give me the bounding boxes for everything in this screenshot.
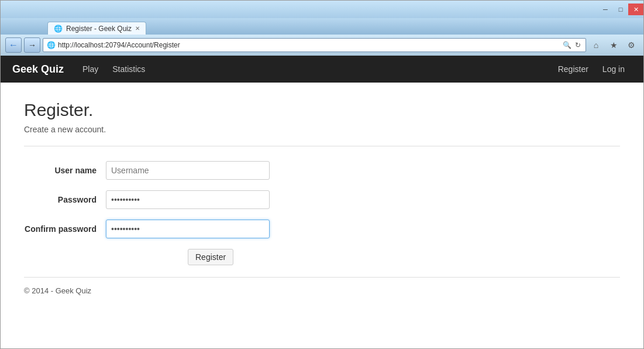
password-input[interactable] xyxy=(106,190,270,209)
home-button[interactable]: ⌂ xyxy=(588,38,604,52)
settings-button[interactable]: ⚙ xyxy=(624,38,639,52)
nav-link-play[interactable]: Play xyxy=(75,56,105,83)
footer-text: © 2014 - Geek Quiz xyxy=(24,286,620,295)
tab-title: Register - Geek Quiz xyxy=(66,25,132,33)
tab-icon: 🌐 xyxy=(54,25,63,33)
submit-row: Register xyxy=(24,249,375,265)
register-button-container: Register xyxy=(106,249,233,265)
close-button[interactable]: ✕ xyxy=(628,4,643,15)
app-navbar: Geek Quiz Play Statistics Register Log i… xyxy=(1,56,643,83)
nav-link-register[interactable]: Register xyxy=(551,56,595,83)
address-field[interactable]: 🌐 http://localhost:20794/Account/Registe… xyxy=(43,38,586,52)
back-button[interactable]: ← xyxy=(5,37,22,53)
browser-tab[interactable]: 🌐 Register - Geek Quiz ✕ xyxy=(47,22,146,35)
divider-bottom xyxy=(24,277,620,278)
page-icon: 🌐 xyxy=(47,41,56,49)
username-input[interactable] xyxy=(106,161,270,180)
minimize-button[interactable]: ─ xyxy=(598,4,613,15)
window-controls: ─ □ ✕ xyxy=(598,4,643,15)
maximize-button[interactable]: □ xyxy=(613,4,628,15)
nav-link-login[interactable]: Log in xyxy=(595,56,632,83)
password-row: Password xyxy=(24,190,375,209)
address-actions: 🔍 ↻ xyxy=(562,41,582,49)
refresh-icon[interactable]: ↻ xyxy=(574,41,582,49)
password-label: Password xyxy=(24,195,106,204)
search-icon[interactable]: 🔍 xyxy=(562,41,573,49)
page-subtitle: Create a new account. xyxy=(24,125,620,134)
brand-logo[interactable]: Geek Quiz xyxy=(12,63,64,76)
addressbar: ← → 🌐 http://localhost:20794/Account/Reg… xyxy=(1,35,643,56)
confirm-password-label: Confirm password xyxy=(24,224,106,234)
titlebar: ─ □ ✕ xyxy=(1,1,643,18)
confirm-password-row: Confirm password xyxy=(24,220,375,238)
register-button[interactable]: Register xyxy=(188,249,233,265)
forward-button[interactable]: → xyxy=(24,37,40,53)
register-form: User name Password Confirm password Regi… xyxy=(24,161,375,265)
username-label: User name xyxy=(24,166,106,175)
confirm-password-input[interactable] xyxy=(106,220,270,238)
url-text: http://localhost:20794/Account/Register xyxy=(58,41,559,49)
nav-right: Register Log in xyxy=(551,56,632,83)
divider-top xyxy=(24,146,620,146)
tab-bar: 🌐 Register - Geek Quiz ✕ xyxy=(1,18,643,35)
main-content: Register. Create a new account. User nam… xyxy=(1,83,643,348)
username-row: User name xyxy=(24,161,375,180)
toolbar-right: ⌂ ★ ⚙ xyxy=(588,38,639,52)
tab-close-icon[interactable]: ✕ xyxy=(135,25,140,32)
favorites-button[interactable]: ★ xyxy=(606,38,621,52)
nav-link-statistics[interactable]: Statistics xyxy=(105,56,152,83)
page-title: Register. xyxy=(24,100,620,120)
